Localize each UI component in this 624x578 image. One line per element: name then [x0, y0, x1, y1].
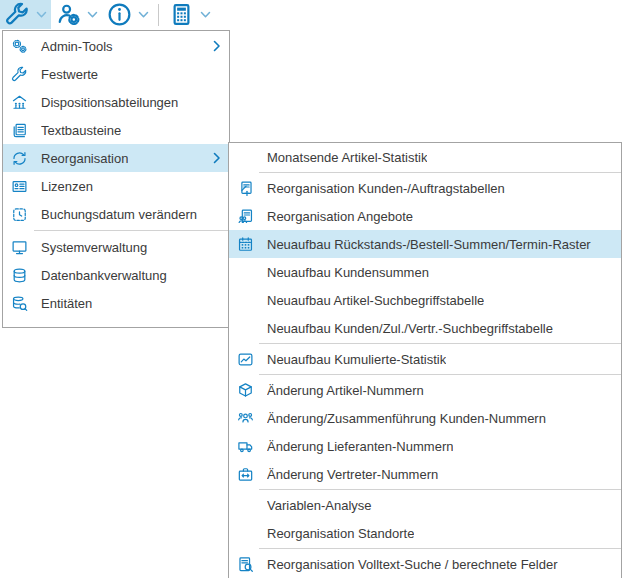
submenu-item-monatsende-artikel-statistik[interactable]: Monatsende Artikel-Statistik	[229, 143, 621, 171]
submenu-item-neuaufbau-kumulierte-statistik[interactable]: Neuaufbau Kumulierte-Statistik	[229, 345, 621, 373]
menu-item-datenbankverwaltung[interactable]: Datenbankverwaltung	[3, 261, 229, 289]
submenu-item-aenderung-zusammenfuehrung-kunden-nummern[interactable]: Änderung/Zusammenführung Kunden-Nummern	[229, 404, 621, 432]
sync-icon	[9, 150, 29, 167]
menu-item-lizenzen[interactable]: Lizenzen	[3, 172, 229, 200]
submenu-item-label: Reorganisation Standorte	[267, 526, 414, 541]
wrench-icon	[5, 2, 30, 27]
submenu-item-label: Reorganisation Kunden-/Auftragstabellen	[267, 181, 505, 196]
menu-item-buchungsdatum-veraendern[interactable]: Buchungsdatum verändern	[3, 200, 229, 228]
submenu-separator	[259, 374, 621, 375]
menu-item-systemverwaltung[interactable]: Systemverwaltung	[3, 233, 229, 261]
truck-icon	[235, 438, 255, 455]
calculator-icon	[169, 2, 194, 27]
id-card-icon	[9, 178, 29, 195]
submenu-item-aenderung-artikel-nummern[interactable]: Änderung Artikel-Nummern	[229, 376, 621, 404]
menu-item-label: Entitäten	[41, 296, 92, 311]
briefcase-swap-icon	[235, 466, 255, 483]
submenu-item-aenderung-vertreter-nummern[interactable]: Änderung Vertreter-Nummern	[229, 460, 621, 488]
toolbar-admin-tools-button[interactable]	[0, 0, 51, 29]
submenu-item-label: Neuaufbau Artikel-Suchbegriffstabelle	[267, 293, 484, 308]
reorganisation-submenu-panel: Monatsende Artikel-Statistik Reorganisat…	[228, 142, 622, 578]
menu-item-reorganisation[interactable]: Reorganisation	[3, 144, 229, 172]
user-gear-icon	[56, 2, 81, 27]
menu-item-label: Admin-Tools	[41, 39, 113, 54]
submenu-item-neuaufbau-artikel-suchbegriffstabelle[interactable]: Neuaufbau Artikel-Suchbegriffstabelle	[229, 286, 621, 314]
people-group-icon	[235, 410, 255, 427]
cube-icon	[235, 382, 255, 399]
menu-item-label: Buchungsdatum verändern	[41, 207, 197, 222]
admin-menu-panel: Admin-Tools Festwerte Dispositionsabteil…	[2, 30, 230, 328]
submenu-item-neuaufbau-kunden-zul-vertr-suchbegriffstabelle[interactable]: Neuaufbau Kunden/Zul./Vertr.-Suchbegriff…	[229, 314, 621, 342]
toolbar	[0, 0, 624, 29]
wrench-icon	[9, 66, 29, 83]
toolbar-user-settings-button[interactable]	[51, 0, 102, 29]
menu-item-dispositionsabteilungen[interactable]: Dispositionsabteilungen	[3, 88, 229, 116]
menu-item-festwerte[interactable]: Festwerte	[3, 60, 229, 88]
documents-icon	[9, 122, 29, 139]
menu-item-label: Datenbankverwaltung	[41, 268, 167, 283]
menu-item-label: Festwerte	[41, 67, 98, 82]
menu-item-textbausteine[interactable]: Textbausteine	[3, 116, 229, 144]
menu-item-label: Dispositionsabteilungen	[41, 95, 178, 110]
submenu-item-label: Änderung Artikel-Nummern	[267, 383, 424, 398]
submenu-item-neuaufbau-rueckstands-bestell-summen-termin-raster[interactable]: Neuaufbau Rückstands-/Bestell-Summen/Ter…	[229, 230, 621, 258]
menu-separator	[34, 230, 228, 231]
menu-item-label: Systemverwaltung	[41, 240, 147, 255]
monitor-icon	[9, 239, 29, 256]
menu-item-label: Reorganisation	[41, 151, 128, 166]
submenu-item-label: Neuaufbau Kundensummen	[267, 265, 429, 280]
menu-item-entitaeten[interactable]: Entitäten	[3, 289, 229, 317]
toolbar-info-button[interactable]	[102, 0, 153, 29]
submenu-item-aenderung-lieferanten-nummern[interactable]: Änderung Lieferanten-Nummern	[229, 432, 621, 460]
toolbar-divider	[158, 4, 159, 26]
toolbar-calculator-button[interactable]	[164, 0, 215, 29]
menu-item-admin-tools[interactable]: Admin-Tools	[3, 32, 229, 60]
submenu-item-reorg-volltext-suche-berechnete-felder[interactable]: Reorganisation Volltext-Suche / berechne…	[229, 550, 621, 578]
submenu-item-label: Neuaufbau Kumulierte-Statistik	[267, 352, 446, 367]
document-search-icon	[235, 556, 255, 573]
calendar-change-icon	[9, 206, 29, 223]
database-search-icon	[9, 295, 29, 312]
submenu-item-variablen-analyse[interactable]: Variablen-Analyse	[229, 491, 621, 519]
submenu-item-label: Änderung/Zusammenführung Kunden-Nummern	[267, 411, 546, 426]
document-add-icon	[235, 180, 255, 197]
submenu-item-label: Änderung Vertreter-Nummern	[267, 467, 438, 482]
calendar-grid-icon	[235, 236, 255, 253]
submenu-separator	[259, 172, 621, 173]
document-users-icon	[235, 208, 255, 225]
submenu-item-label: Neuaufbau Kunden/Zul./Vertr.-Suchbegriff…	[267, 321, 553, 336]
submenu-item-reorg-angebote[interactable]: Reorganisation Angebote	[229, 202, 621, 230]
submenu-item-label: Neuaufbau Rückstands-/Bestell-Summen/Ter…	[267, 237, 591, 252]
gears-icon	[9, 38, 29, 55]
chevron-down-icon	[87, 11, 98, 19]
chevron-down-icon	[36, 11, 47, 19]
submenu-item-label: Änderung Lieferanten-Nummern	[267, 439, 453, 454]
submenu-item-neuaufbau-kundensummen[interactable]: Neuaufbau Kundensummen	[229, 258, 621, 286]
submenu-item-reorganisation-standorte[interactable]: Reorganisation Standorte	[229, 519, 621, 547]
info-icon	[107, 2, 132, 27]
submenu-separator	[259, 548, 621, 549]
chevron-down-icon	[138, 11, 149, 19]
menu-item-label: Lizenzen	[41, 179, 93, 194]
submenu-item-label: Reorganisation Volltext-Suche / berechne…	[267, 557, 558, 572]
submenu-item-reorg-kunden-auftragstabellen[interactable]: Reorganisation Kunden-/Auftragstabellen	[229, 174, 621, 202]
database-icon	[9, 267, 29, 284]
chevron-right-icon	[213, 40, 223, 52]
chevron-down-icon	[200, 11, 211, 19]
department-icon	[9, 94, 29, 111]
menu-item-label: Textbausteine	[41, 123, 121, 138]
chart-line-icon	[235, 351, 255, 368]
chevron-right-icon	[213, 152, 223, 164]
submenu-separator	[259, 343, 621, 344]
submenu-item-label: Variablen-Analyse	[267, 498, 372, 513]
submenu-item-label: Reorganisation Angebote	[267, 209, 413, 224]
submenu-separator	[259, 489, 621, 490]
submenu-item-label: Monatsende Artikel-Statistik	[267, 150, 427, 165]
